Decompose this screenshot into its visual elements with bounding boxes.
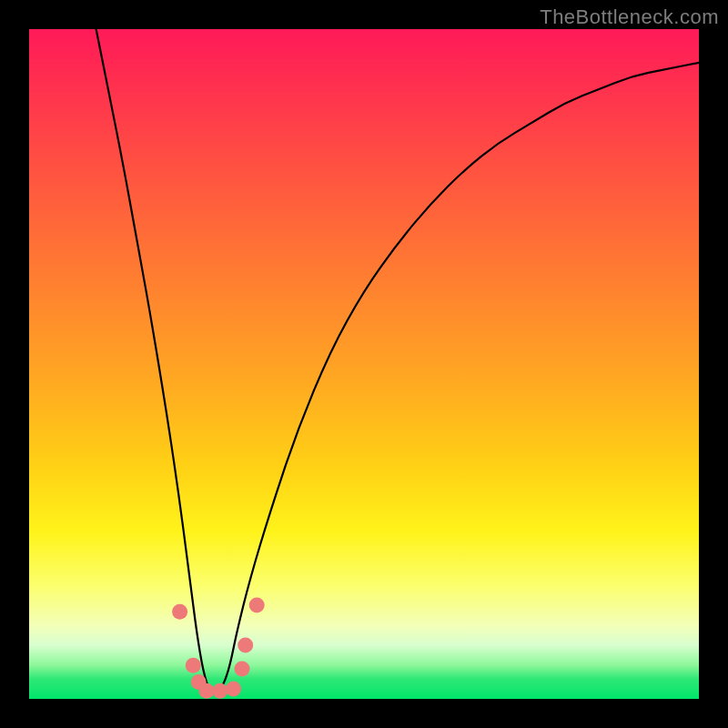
plot-area [29,29,699,699]
curve-marker [238,638,253,653]
curve-marker [199,683,215,699]
marker-group [172,598,265,699]
chart-stage: TheBottleneck.com [0,0,728,728]
curve-marker [249,598,265,613]
watermark-text: TheBottleneck.com [540,5,719,29]
curve-layer [29,29,699,699]
bottleneck-curve [96,29,699,693]
curve-marker [186,658,201,673]
curve-marker [226,682,241,697]
curve-marker [172,604,187,620]
curve-marker [212,683,228,699]
curve-marker [235,661,250,676]
